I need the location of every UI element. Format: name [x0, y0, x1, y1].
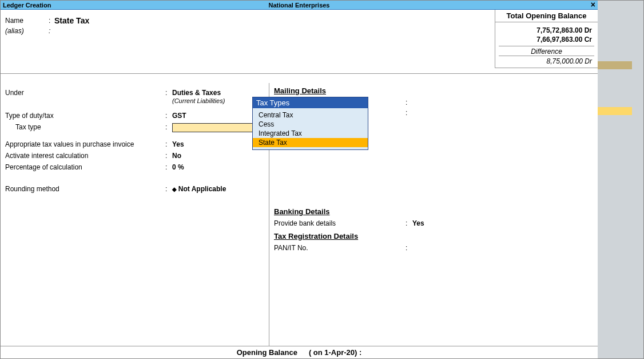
opening-balance-date: ( on 1-Apr-20) :: [309, 348, 361, 357]
title-bar: Ledger Creation National Enterprises ×: [1, 1, 598, 10]
bank-value[interactable]: Yes: [412, 219, 424, 227]
ledger-name-value[interactable]: State Tax: [54, 16, 89, 25]
appropriate-label: Appropriate tax values in purchase invoi…: [5, 140, 165, 148]
colon: :: [49, 27, 54, 35]
name-label: Name: [5, 17, 49, 25]
tax-types-popup: Tax Types Central TaxCessIntegrated TaxS…: [252, 97, 368, 150]
alias-label: (alias): [5, 27, 49, 35]
interest-label: Activate interest calculation: [5, 152, 165, 160]
taxtype-label: Tax type: [5, 123, 165, 131]
duty-label: Type of duty/tax: [5, 112, 165, 120]
duty-value[interactable]: GST: [172, 112, 186, 120]
sidebar-button-peek: [598, 61, 632, 69]
colon: :: [406, 109, 412, 117]
difference-value: 8,75,000.00 Dr: [499, 56, 594, 66]
colon: :: [165, 140, 172, 148]
diamond-icon: ◆: [172, 186, 178, 192]
percentage-label: Percentage of calculation: [5, 163, 165, 171]
footer-bar: Opening Balance ( on 1-Apr-20) :: [1, 346, 598, 358]
percentage-value[interactable]: 0 %: [172, 163, 184, 171]
colon: :: [165, 185, 172, 193]
opening-balance-cr: 7,66,97,863.00 Cr: [499, 35, 594, 44]
close-icon[interactable]: ×: [591, 1, 595, 9]
rounding-value[interactable]: ◆ Not Applicable: [172, 185, 226, 193]
opening-balance-box: Total Opening Balance 7,75,72,863.00 Dr …: [495, 10, 598, 68]
difference-label: Difference: [499, 46, 594, 56]
popup-item[interactable]: Integrated Tax: [253, 129, 368, 138]
rounding-label: Rounding method: [5, 185, 165, 193]
under-sub: (Current Liabilities): [172, 97, 225, 104]
popup-item[interactable]: Cess: [253, 120, 368, 129]
popup-item[interactable]: Central Tax: [253, 111, 368, 120]
mailing-details-head: Mailing Details: [274, 86, 593, 95]
popup-item[interactable]: State Tax: [253, 138, 368, 147]
company-name: National Enterprises: [269, 2, 330, 9]
tax-reg-head: Tax Registration Details: [274, 232, 593, 240]
opening-balance-dr: 7,75,72,863.00 Dr: [499, 26, 594, 35]
bank-label: Provide bank details: [274, 219, 406, 227]
banking-details-head: Banking Details: [274, 207, 593, 216]
interest-value[interactable]: No: [172, 152, 181, 160]
colon: :: [165, 152, 172, 160]
colon: :: [406, 244, 412, 252]
under-label: Under: [5, 89, 165, 97]
right-sidebar-strip: [598, 1, 643, 358]
pan-label: PAN/IT No.: [274, 244, 406, 252]
window-title: Ledger Creation: [1, 2, 51, 9]
appropriate-value[interactable]: Yes: [172, 140, 184, 148]
colon: :: [49, 17, 54, 25]
opening-balance-title: Total Opening Balance: [495, 10, 598, 22]
colon: :: [406, 98, 412, 106]
popup-title: Tax Types: [253, 97, 368, 108]
colon: :: [165, 163, 172, 171]
colon: :: [406, 219, 412, 227]
under-value[interactable]: Duties & Taxes: [172, 89, 221, 97]
taxtype-input[interactable]: [172, 123, 258, 132]
opening-balance-label: Opening Balance: [237, 348, 297, 357]
sidebar-button-peek: [598, 107, 632, 115]
colon: :: [165, 112, 172, 120]
colon: :: [165, 89, 172, 97]
colon: :: [165, 123, 172, 131]
